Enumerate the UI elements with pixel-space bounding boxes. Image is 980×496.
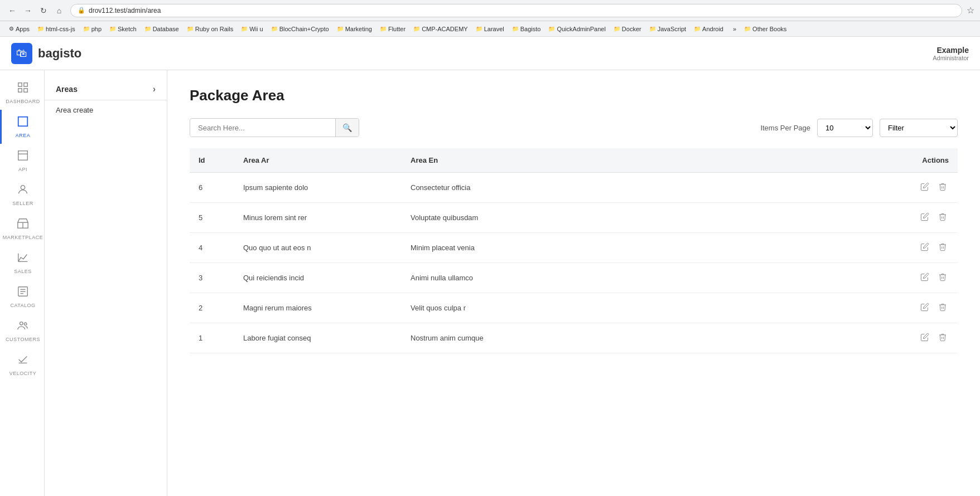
table-header: IdArea ArArea EnActions (190, 148, 958, 173)
toolbar: 🔍 Items Per Page 102050100 Filter (190, 118, 958, 137)
actions-cell (891, 203, 958, 233)
bookmark-item[interactable]: 📁Sketch (106, 25, 140, 33)
bookmark-label: » (733, 26, 736, 32)
sidebar-item-catalog[interactable]: CATALOG (0, 280, 44, 314)
edit-button[interactable] (919, 331, 931, 345)
browser-actions[interactable]: ☆ (967, 5, 974, 16)
user-role: Administrator (933, 55, 969, 61)
bookmark-item[interactable]: 📁CMP-ACADEMY (410, 25, 471, 33)
search-button[interactable]: 🔍 (335, 119, 359, 137)
bookmark-item[interactable]: 📁Wii u (238, 25, 266, 33)
bookmark-item[interactable]: ⚙Apps (6, 25, 33, 33)
table-header-row: IdArea ArArea EnActions (190, 148, 958, 173)
edit-button[interactable] (919, 301, 931, 315)
marketplace-label: MARKETPLACE (3, 235, 44, 240)
cell-area_en: Consectetur officia (402, 173, 891, 203)
bookmark-icon: ⚙ (9, 26, 14, 32)
col-header-actions: Actions (891, 148, 958, 173)
cell-area_ar: Ipsum sapiente dolo (234, 173, 402, 203)
table-row: 4Quo quo ut aut eos nMinim placeat venia (190, 233, 958, 263)
bookmark-label: Flutter (388, 26, 405, 32)
actions-cell (891, 173, 958, 203)
customers-icon (17, 319, 29, 334)
forward-button[interactable]: → (21, 4, 35, 17)
user-info: Example Administrator (933, 46, 969, 61)
right-toolbar: Items Per Page 102050100 Filter (760, 119, 958, 137)
delete-button[interactable] (936, 271, 949, 285)
cell-id: 5 (190, 203, 234, 233)
bookmark-label: Docker (622, 26, 641, 32)
main-layout: DASHBOARD AREA API SELLER MARKETPLACE SA… (0, 70, 980, 496)
reload-button[interactable]: ↻ (37, 4, 50, 17)
bookmark-item[interactable]: 📁Database (141, 25, 182, 33)
delete-button[interactable] (936, 301, 949, 315)
customers-label: CUSTOMERS (6, 337, 40, 342)
search-input[interactable] (190, 119, 335, 137)
delete-button[interactable] (936, 331, 949, 345)
address-bar[interactable]: 🔒 drov112.test/admin/area (70, 4, 962, 17)
delete-button[interactable] (936, 241, 949, 255)
svg-point-17 (24, 323, 27, 325)
home-button[interactable]: ⌂ (52, 4, 66, 17)
sidebar-item-api[interactable]: API (0, 144, 44, 178)
delete-button[interactable] (936, 181, 949, 194)
items-per-page-select[interactable]: 102050100 (817, 119, 873, 137)
sub-sidebar-chevron[interactable]: › (153, 84, 156, 94)
bookmark-item[interactable]: 📁Laravel (472, 25, 508, 33)
bookmark-icon: 📁 (614, 26, 620, 32)
bookmark-item[interactable]: 📁QuickAdminPanel (545, 25, 609, 33)
filter-select[interactable]: Filter (880, 119, 958, 137)
logo-icon: 🛍 (11, 43, 32, 64)
table-row: 1Labore fugiat conseqNostrum anim cumque (190, 323, 958, 353)
nav-buttons[interactable]: ← → ↻ ⌂ (6, 4, 66, 17)
bookmark-item[interactable]: 📁Bagisto (509, 25, 544, 33)
star-icon[interactable]: ☆ (967, 5, 974, 16)
sidebar-item-seller[interactable]: SELLER (0, 178, 44, 212)
table-body: 6Ipsum sapiente doloConsectetur officia … (190, 173, 958, 353)
actions-cell (891, 263, 958, 293)
bookmark-item[interactable]: 📁Marketing (334, 25, 375, 33)
edit-button[interactable] (919, 211, 931, 225)
table-row: 3Qui reiciendis incidAnimi nulla ullamco (190, 263, 958, 293)
bookmark-icon: 📁 (512, 26, 519, 32)
bookmark-item[interactable]: » (728, 25, 740, 33)
edit-button[interactable] (919, 271, 931, 285)
svg-rect-5 (18, 151, 28, 161)
actions-cell (891, 293, 958, 323)
cell-area_en: Minim placeat venia (402, 233, 891, 263)
sidebar-item-area[interactable]: AREA (0, 110, 44, 144)
api-label: API (18, 167, 27, 172)
catalog-label: CATALOG (10, 303, 35, 308)
sidebar-item-customers[interactable]: CUSTOMERS (0, 314, 44, 348)
bookmark-item[interactable]: 📁Other Books (741, 25, 790, 33)
sidebar-item-velocity[interactable]: VELOCITY (0, 348, 44, 382)
logo-text: bagisto (38, 46, 81, 61)
back-button[interactable]: ← (6, 4, 19, 17)
bookmark-item[interactable]: 📁BlocChain+Crypto (268, 25, 332, 33)
bookmark-icon: 📁 (109, 26, 116, 32)
seller-icon (17, 183, 29, 198)
edit-button[interactable] (919, 241, 931, 255)
bookmark-item[interactable]: 📁JavaScript (646, 25, 689, 33)
bookmark-item[interactable]: 📁Flutter (376, 25, 409, 33)
sub-sidebar-item-create[interactable]: Area create (45, 100, 167, 120)
bookmark-label: Other Books (752, 26, 786, 32)
bookmark-item[interactable]: 📁php (80, 25, 105, 33)
col-header-area_en: Area En (402, 148, 891, 173)
sidebar-item-sales[interactable]: SALES (0, 246, 44, 280)
bookmark-item[interactable]: 📁html-css-js (34, 25, 79, 33)
sidebar-item-dashboard[interactable]: DASHBOARD (0, 76, 44, 110)
bookmark-item[interactable]: 📁Android (691, 25, 727, 33)
sidebar-item-marketplace[interactable]: MARKETPLACE (0, 212, 44, 246)
sales-icon (17, 251, 29, 266)
bookmark-icon: 📁 (694, 26, 701, 32)
items-per-page-label: Items Per Page (760, 124, 810, 132)
cell-id: 3 (190, 263, 234, 293)
data-table: IdArea ArArea EnActions 6Ipsum sapiente … (190, 148, 958, 353)
delete-button[interactable] (936, 211, 949, 225)
bookmark-label: Database (153, 26, 179, 32)
sidebar: DASHBOARD AREA API SELLER MARKETPLACE SA… (0, 70, 45, 496)
bookmark-item[interactable]: 📁Ruby on Rails (184, 25, 236, 33)
bookmark-item[interactable]: 📁Docker (610, 25, 645, 33)
edit-button[interactable] (919, 181, 931, 194)
